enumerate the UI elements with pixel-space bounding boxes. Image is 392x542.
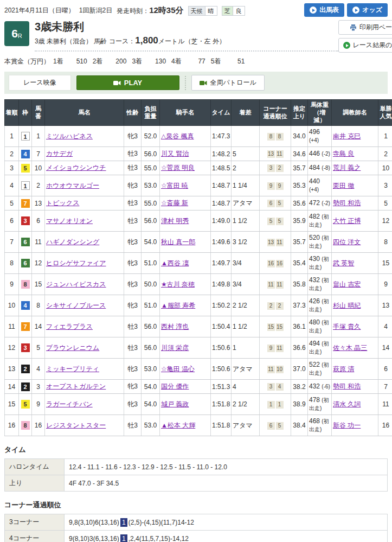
frame-number-badge: 1 xyxy=(21,132,30,141)
last-3f-time: 35.7 xyxy=(291,232,308,253)
trainer-link[interactable]: 南井 克巳 xyxy=(333,132,361,140)
horse-link[interactable]: フィエラブラス xyxy=(46,323,93,330)
horse-link[interactable]: カサデガ xyxy=(46,150,73,157)
jockey-link[interactable]: △泉谷 楓真 xyxy=(161,132,194,140)
frame-number-badge: 4 xyxy=(21,301,30,310)
sex-age: 牝3 xyxy=(124,394,142,415)
corner3-order-before: 9,8(3,10)6(13,16) xyxy=(69,519,119,526)
jockey-link[interactable]: 城戸 義政 xyxy=(161,400,189,408)
horse-link[interactable]: レジスタントスター xyxy=(46,422,106,429)
trainer-link[interactable]: 四位 洋文 xyxy=(333,238,361,246)
trainer-link[interactable]: 寺島 良 xyxy=(333,150,354,157)
corner-position-badge: 13 xyxy=(267,239,275,246)
race-conditions-before: 3歳 未勝利（混合） 馬齢 コース： xyxy=(35,37,135,45)
horse-link[interactable]: ジュンハイビスカス xyxy=(46,280,106,288)
horse-number: 6 xyxy=(32,211,45,232)
column-header: 馬番 xyxy=(32,100,45,126)
horse-link[interactable]: トピックス xyxy=(46,199,79,207)
jockey-link[interactable]: 川須 栄彦 xyxy=(161,344,189,352)
jockey-link[interactable]: 西村 淳也 xyxy=(161,323,189,330)
topbar-buttons: 出馬表 オッズ xyxy=(304,3,388,17)
corner-positions: 99 xyxy=(260,175,291,196)
carried-weight: 56.0 xyxy=(142,211,160,232)
turf-condition-badge: 芝 良 xyxy=(222,6,245,16)
horse-link[interactable]: ヒロシゲサファイア xyxy=(46,259,106,267)
finish-position: 7 xyxy=(5,232,19,253)
finish-time: 1:49.8 xyxy=(211,274,232,295)
horse-link[interactable]: オープストガルテン xyxy=(46,382,106,390)
weather-label: 天候 xyxy=(189,7,205,15)
finish-time: 1:50.2 xyxy=(211,295,232,316)
jockey-link[interactable]: ▲松本 大輝 xyxy=(161,422,195,429)
trainer-link[interactable]: 萩原 清 xyxy=(333,365,354,373)
trainer-link[interactable]: 佐々木 晶三 xyxy=(333,344,367,352)
trainer-link[interactable]: 畠山 吉宏 xyxy=(333,280,361,288)
entries-button-label: 出馬表 xyxy=(319,5,339,15)
result-row: 247カサデガ牡356.0川又 賢治1:48.25131134.6446 (-2… xyxy=(5,147,392,161)
play-button[interactable]: PLAY xyxy=(76,75,179,90)
horse-link[interactable]: ホウオウマルゴー xyxy=(46,182,99,189)
trainer-link[interactable]: 新谷 功一 xyxy=(333,422,361,429)
result-row: 7611ハギノダンシング牝354.0秋山 真一郎1:49.63 1/213113… xyxy=(5,232,392,253)
body-weight-cell: 432 (初出走) xyxy=(308,274,332,295)
trainer-cell: 栗田 徹 xyxy=(332,175,378,196)
video-camera-icon xyxy=(113,80,121,86)
horse-link[interactable]: ブラウンレニウム xyxy=(46,344,99,352)
jockey-link[interactable]: ▲西谷 凜 xyxy=(161,259,189,267)
odds-button[interactable]: オッズ xyxy=(347,3,388,17)
jockey-link[interactable]: ☆富田 暁 xyxy=(161,182,188,189)
patrol-video-button[interactable]: 全周パトロール xyxy=(191,75,265,91)
corner-position-badge: 15 xyxy=(276,323,284,331)
trainer-link[interactable]: 栗田 徹 xyxy=(333,182,354,189)
trainer-link[interactable]: 荒川 義之 xyxy=(333,164,361,171)
result-guide-button[interactable]: レース結果の見方 xyxy=(338,38,392,53)
jockey-link[interactable]: 川又 賢治 xyxy=(161,150,189,157)
horse-link[interactable]: マサノオリオン xyxy=(46,217,93,225)
corner-section-title: コーナー通過順位 xyxy=(4,500,388,510)
trainer-link[interactable]: 杉山 晴紀 xyxy=(333,302,361,309)
horse-link[interactable]: ミツルハピネス xyxy=(46,132,93,140)
jockey-link[interactable]: ☆亀田 温心 xyxy=(161,365,195,373)
jockey-link[interactable]: 津村 明秀 xyxy=(161,217,189,225)
jockey-link[interactable]: 秋山 真一郎 xyxy=(161,238,195,246)
last-3f-time: 35.7 xyxy=(291,161,308,175)
jockey-link[interactable]: ☆菅原 明良 xyxy=(161,164,195,171)
horse-link[interactable]: メイショウシンウチ xyxy=(46,164,106,171)
trainer-cell: 四位 洋文 xyxy=(332,232,378,253)
horse-link[interactable]: ハギノダンシング xyxy=(46,238,99,246)
horse-link[interactable]: シキサイノブルース xyxy=(46,302,106,309)
trainer-link[interactable]: 武 英智 xyxy=(333,259,354,267)
trainer-link[interactable]: 勢司 和浩 xyxy=(333,382,361,390)
jockey-link[interactable]: ▲服部 寿希 xyxy=(161,302,195,309)
trainer-link[interactable]: 手塚 貴久 xyxy=(333,323,361,330)
horse-link[interactable]: ミッキープリティ xyxy=(46,365,99,373)
sex-age: 牝3 xyxy=(124,295,142,316)
corner-position-badge: 4 xyxy=(276,383,284,391)
entries-button[interactable]: 出馬表 xyxy=(304,3,344,17)
frame-cell: 3 xyxy=(19,211,32,232)
jockey-link[interactable]: ★古川 奈穂 xyxy=(161,280,195,288)
prize-money-line: 本賞金（万円） 1着510 2着200 3着130 4着77 5着51 xyxy=(4,57,388,66)
frame-cell: 5 xyxy=(19,161,32,175)
carried-weight: 54.0 xyxy=(142,380,160,394)
sex-age: 牡3 xyxy=(124,415,142,436)
frame-cell: 3 xyxy=(19,337,32,359)
print-page-button[interactable]: 印刷用ページ xyxy=(338,20,392,35)
prize-money-label: 本賞金（万円） xyxy=(4,57,50,66)
body-weight-change: (初出走) xyxy=(309,277,329,291)
jockey-link[interactable]: 国分 優作 xyxy=(161,382,189,390)
body-weight-change: (-2) xyxy=(322,151,330,157)
trainer-link[interactable]: 大竹 正博 xyxy=(333,217,361,225)
horse-number: 5 xyxy=(32,337,45,359)
body-weight-change: (初出走) xyxy=(309,362,329,376)
furlong-time-label: ハロンタイム xyxy=(5,459,65,475)
horse-link[interactable]: ラガーイチバン xyxy=(46,400,93,408)
last-3f-time: 34.6 xyxy=(291,147,308,161)
prize-amount: 510 xyxy=(71,58,87,65)
jockey-link[interactable]: ☆斎藤 新 xyxy=(161,199,188,207)
body-weight-cell: 522 (初出走) xyxy=(308,359,332,380)
trainer-link[interactable]: 清水 久詞 xyxy=(333,400,361,408)
frame-number-badge: 5 xyxy=(21,400,30,409)
trainer-link[interactable]: 勢司 和浩 xyxy=(333,199,361,207)
margin: 2 1/2 xyxy=(232,394,260,415)
